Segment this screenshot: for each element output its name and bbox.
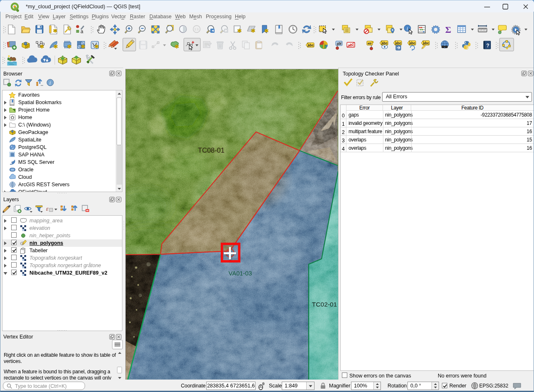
svg-text:1:1: 1:1 bbox=[195, 27, 199, 31]
svg-text:a: a bbox=[80, 29, 83, 34]
svg-text:TC08-01: TC08-01 bbox=[198, 146, 224, 154]
svg-text:Σ: Σ bbox=[445, 24, 451, 35]
svg-text:abc: abc bbox=[348, 43, 355, 47]
svg-text:i: i bbox=[49, 80, 51, 86]
svg-text:ε: ε bbox=[46, 205, 49, 212]
svg-text:ab: ab bbox=[368, 41, 371, 45]
svg-text:TC02-01: TC02-01 bbox=[312, 301, 337, 308]
svg-text:i: i bbox=[407, 26, 408, 32]
svg-text:?: ? bbox=[486, 43, 489, 49]
svg-text:VA01-03: VA01-03 bbox=[229, 270, 252, 277]
